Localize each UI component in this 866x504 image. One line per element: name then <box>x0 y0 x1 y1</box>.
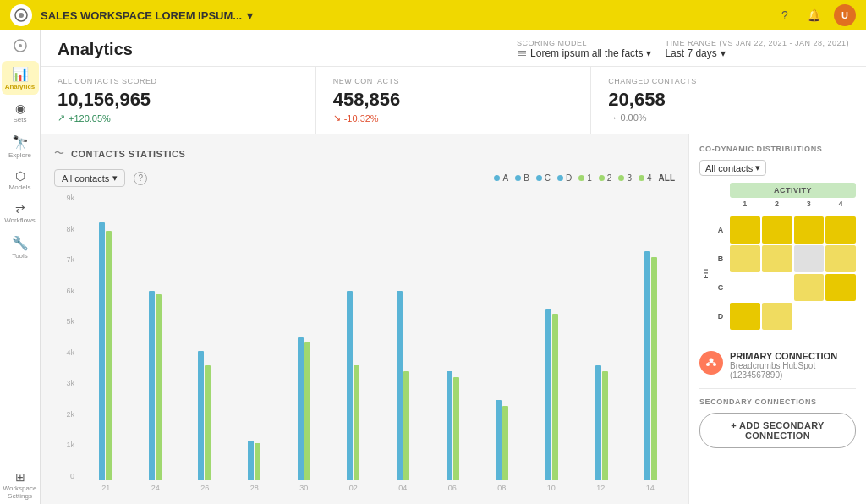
legend-dot-A <box>494 175 500 181</box>
legend-D: D <box>557 173 572 183</box>
y-label: 5k <box>66 317 74 326</box>
bar-blue <box>397 291 403 480</box>
sidebar-item-models[interactable]: ⬡ Models <box>2 164 39 195</box>
x-label: 24 <box>131 484 181 492</box>
y-label: 9k <box>66 194 74 202</box>
page-title: Analytics <box>58 40 133 59</box>
workspace-title[interactable]: SALES WORKSPACE LOREM IPSUM... ▾ <box>41 9 253 22</box>
stats-row: ALL CONTACTS SCORED 10,156,965 ↗ +120.05… <box>41 67 866 134</box>
x-label: 26 <box>180 484 230 492</box>
cell-C4 <box>825 274 856 301</box>
cell-C2 <box>762 274 792 301</box>
cell-A2 <box>762 216 792 244</box>
x-label: 28 <box>230 484 280 492</box>
row-B: B <box>713 245 728 272</box>
cell-B1 <box>730 245 760 272</box>
divider <box>699 342 856 342</box>
notification-icon[interactable]: 🔔 <box>805 7 822 24</box>
help-icon[interactable]: ? <box>776 7 793 24</box>
bar-blue <box>545 309 551 480</box>
connection-id: (1234567890) <box>730 370 856 380</box>
workflows-icon: ⇄ <box>15 202 25 216</box>
stat-value: 10,156,965 <box>58 89 299 111</box>
main-area: Analytics SCORING MODEL Lorem ipsum all … <box>41 30 866 504</box>
right-panel: CO-DYNAMIC DISTRIBUTIONS All contacts ▾ … <box>688 134 866 504</box>
sidebar-item-label: Workflows <box>4 217 36 225</box>
heatmap-spacer2 <box>713 200 728 215</box>
cell-D4 <box>825 303 856 330</box>
topbar: SALES WORKSPACE LOREM IPSUM... ▾ ? 🔔 U <box>0 0 866 30</box>
cell-B2 <box>762 245 792 272</box>
heatmap-corner <box>699 183 711 198</box>
scoring-model-value: Lorem ipsum all the facts <box>530 47 643 59</box>
legend-dot-4 <box>639 175 644 181</box>
bar-green <box>255 443 260 480</box>
bar-group <box>131 194 179 480</box>
bar-group <box>627 194 675 480</box>
models-icon: ⬡ <box>15 169 25 183</box>
time-range-label: TIME RANGE (vs Jan 22, 2021 - Jan 28, 20… <box>665 39 849 47</box>
explore-icon: 🔭 <box>12 134 29 151</box>
bar-green <box>354 365 359 480</box>
legend-dot-1 <box>578 175 584 181</box>
add-secondary-connection-button[interactable]: + ADD SECONDARY CONNECTION <box>699 413 856 448</box>
primary-connection-card: PRIMARY CONNECTION Breadcrumbs HubSpot (… <box>699 351 856 380</box>
sidebar-item-label: Workspace Settings <box>3 485 37 501</box>
bar-chart: 9k 8k 7k 6k 5k 4k 3k 2k 1k 0 <box>54 194 675 492</box>
legend-C: C <box>536 173 551 183</box>
bar-blue <box>447 371 452 480</box>
tools-icon: 🔧 <box>12 235 29 251</box>
legend-4: 4 <box>639 173 652 183</box>
sidebar-item-tools[interactable]: 🔧 Tools <box>2 230 39 264</box>
home-icon <box>14 39 27 56</box>
avatar[interactable]: U <box>834 4 856 26</box>
scoring-model-select[interactable]: Lorem ipsum all the facts ▾ <box>517 47 651 59</box>
codynamic-filter-select[interactable]: All contacts ▾ <box>699 160 766 176</box>
topbar-left: SALES WORKSPACE LOREM IPSUM... ▾ <box>10 4 253 26</box>
secondary-connections-label: SECONDARY CONNECTIONS <box>699 397 856 406</box>
x-label: 10 <box>527 484 577 492</box>
row-A: A <box>713 216 728 244</box>
sidebar-item-label: Tools <box>12 253 28 260</box>
bar-green <box>304 342 310 480</box>
heatmap-col-3: 3 <box>794 200 825 215</box>
sidebar: 📊 Analytics ◉ Sets 🔭 Explore ⬡ Models ⇄ … <box>0 30 41 504</box>
time-range-select[interactable]: Last 7 days ▾ <box>665 47 849 59</box>
cell-D2 <box>762 303 792 330</box>
cell-C3 <box>794 274 825 301</box>
help-icon[interactable]: ? <box>134 172 147 185</box>
x-axis: 212426283002040608101214 <box>81 484 675 492</box>
x-label: 02 <box>329 484 379 492</box>
chevron-down-icon: ▾ <box>112 173 118 184</box>
x-label: 12 <box>576 484 626 492</box>
codynamic-header: All contacts ▾ <box>699 160 856 176</box>
content-area: 〜 CONTACTS STATISTICS All contacts ▾ ? A… <box>41 134 866 504</box>
heatmap-spacer <box>699 200 711 215</box>
sidebar-item-analytics[interactable]: 📊 Analytics <box>2 61 39 95</box>
sidebar-item-workflows[interactable]: ⇄ Workflows <box>2 197 39 228</box>
sidebar-item-sets[interactable]: ◉ Sets <box>2 96 39 128</box>
bar-green <box>651 257 657 480</box>
bar-blue <box>496 400 502 480</box>
legend-B: B <box>515 173 529 183</box>
header-controls: SCORING MODEL Lorem ipsum all the facts … <box>517 39 849 59</box>
sidebar-item-explore[interactable]: 🔭 Explore <box>2 129 39 163</box>
x-label: 21 <box>81 484 131 492</box>
divider2 <box>699 388 856 389</box>
cell-C1 <box>730 274 760 301</box>
cell-D3 <box>794 303 825 330</box>
stat-label: ALL CONTACTS SCORED <box>58 77 299 85</box>
sidebar-item-home[interactable] <box>2 34 39 59</box>
y-axis: 9k 8k 7k 6k 5k 4k 3k 2k 1k 0 <box>54 194 78 480</box>
codynamic-title: CO-DYNAMIC DISTRIBUTIONS <box>699 145 856 153</box>
contacts-filter-select[interactable]: All contacts ▾ <box>54 169 125 187</box>
heatmap-grid: ACTIVITY 1 2 3 4 FIT A <box>699 183 856 330</box>
y-label: 2k <box>66 410 74 419</box>
cell-A1 <box>730 216 760 244</box>
bar-green <box>502 406 508 480</box>
bar-blue <box>644 251 650 480</box>
legend-dot-B <box>515 175 521 181</box>
legend-dot-2 <box>599 175 605 181</box>
bar-blue <box>198 351 204 480</box>
sidebar-item-workspace-settings[interactable]: ⊞ Workspace Settings <box>2 465 39 504</box>
